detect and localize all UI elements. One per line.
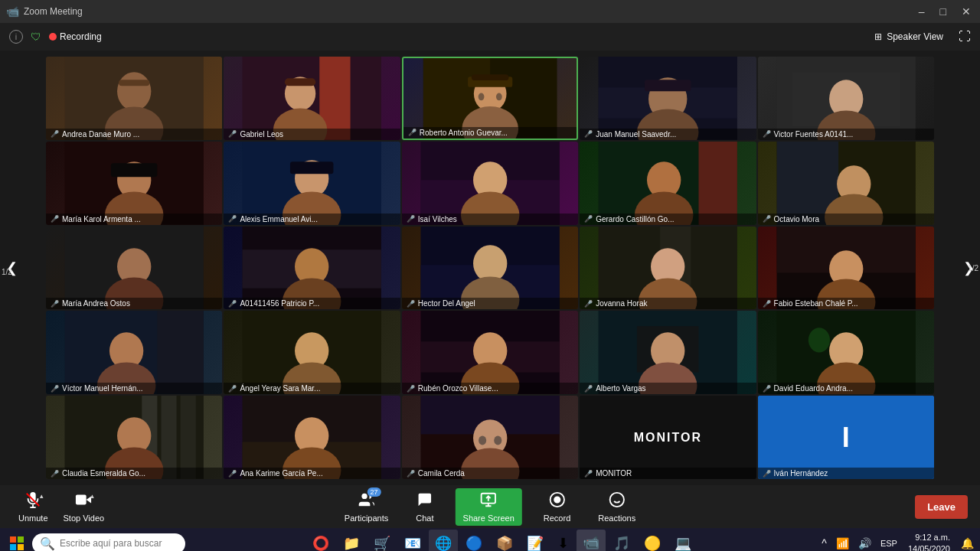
taskbar-chrome[interactable]: 🌐	[429, 530, 458, 551]
svg-point-99	[494, 436, 501, 445]
participant-label-1: 🎤 Gabriel Leos	[224, 129, 400, 140]
video-area: ❮ 1/2 🎤 Andrea Danae Muro ...	[0, 51, 980, 485]
taskbar-zoom[interactable]: 📹	[577, 530, 606, 551]
minimize-button[interactable]: –	[916, 4, 928, 19]
record-button[interactable]: Record	[537, 488, 577, 526]
participant-name-4: Victor Fuentes A0141...	[774, 130, 854, 139]
fullscreen-button[interactable]: ⛶	[959, 30, 971, 44]
video-arrow-icon[interactable]: ▲	[89, 493, 95, 500]
participant-name-0: Andrea Danae Muro ...	[62, 130, 139, 139]
record-icon	[549, 491, 566, 512]
taskbar-search-bar[interactable]: 🔍	[32, 533, 185, 552]
taskbar-apps: ⭕ 📁 🛒 📧 🌐 🔵 📦 📝 ⬇ 📹 🎵 🟡 💻	[306, 530, 697, 551]
video-cell-monitor: MONITOR 🎤 MONITOR	[580, 396, 756, 479]
participants-button[interactable]: 27 Participants	[338, 488, 394, 526]
toolbar-right: Leave	[915, 495, 968, 519]
participant-label-20: 🎤 Claudia Esmeralda Go...	[46, 468, 222, 479]
page-indicator-right: 1/2	[968, 264, 978, 272]
participant-avatar-0	[46, 57, 222, 140]
svg-rect-29	[111, 163, 157, 177]
svg-rect-103	[76, 494, 87, 504]
chat-button[interactable]: Chat	[410, 488, 439, 526]
leave-button[interactable]: Leave	[915, 495, 968, 519]
notification-icon[interactable]: 🔔	[958, 536, 977, 551]
start-button[interactable]	[3, 530, 31, 551]
titlebar-controls[interactable]: – □ ✕	[916, 4, 974, 19]
taskbar-search-input[interactable]	[60, 538, 175, 549]
reactions-icon	[609, 491, 626, 512]
taskbar-email[interactable]: 📧	[398, 530, 427, 551]
stop-video-button[interactable]: ▲ Stop Video	[57, 488, 111, 526]
shield-icon[interactable]: 🛡	[31, 31, 41, 43]
participant-label-21: 🎤 Ana Karime García Pe...	[224, 468, 400, 479]
video-cell-3: 🎤 Juan Manuel Saavedr...	[580, 57, 756, 140]
zoom-topbar-right[interactable]: ⊞ Speaker View ⛶	[868, 29, 971, 44]
video-cell-7: 🎤 Isaí Vilches	[402, 142, 578, 225]
prev-page-button[interactable]: ❮ 1/2	[0, 51, 23, 485]
recording-indicator: Recording	[49, 31, 102, 42]
video-cell-2: 🎤 Roberto Antonio Guevar...	[402, 57, 578, 140]
taskbar-dev[interactable]: 💻	[668, 530, 697, 551]
video-cell-1: 🎤 Gabriel Leos	[224, 57, 400, 140]
tray-network-icon[interactable]: 📶	[833, 536, 852, 551]
next-page-button[interactable]: ❯ 1/2	[957, 51, 980, 485]
participant-label-12: 🎤 Hector Del Angel	[402, 298, 578, 309]
participants-icon: 27	[358, 491, 375, 512]
tray-chevron-icon[interactable]: ^	[818, 536, 830, 551]
participant-label-6: 🎤 Alexis Emmanuel Avi...	[224, 214, 400, 225]
bottom-toolbar: ▲ Unmute ▲ Stop Video	[0, 485, 980, 528]
tray-volume-icon[interactable]: 🔊	[855, 536, 874, 551]
taskbar-store[interactable]: 🛒	[368, 530, 397, 551]
reactions-button[interactable]: Reactions	[592, 488, 642, 526]
participant-name-3: Juan Manuel Saavedr...	[596, 130, 676, 139]
taskbar-sublimetext[interactable]: 📝	[521, 530, 550, 551]
taskbar-explorer[interactable]: 📁	[337, 530, 366, 551]
video-cell-21: 🎤 Ana Karime García Pe...	[224, 396, 400, 479]
video-cell-12: 🎤 Hector Del Angel	[402, 227, 578, 310]
taskbar-tray: ^ 📶 🔊 ESP	[818, 536, 900, 551]
participant-label-22: 🎤 Camila Cerda	[402, 468, 578, 479]
taskbar-right: ^ 📶 🔊 ESP 9:12 a.m. 14/05/2020 🔔	[818, 532, 977, 551]
participant-label-10: 🎤 María Andrea Ostos	[46, 298, 222, 309]
svg-rect-87	[181, 396, 196, 479]
video-grid: 🎤 Andrea Danae Muro ... 🎤 Gabriel Leos	[23, 51, 957, 485]
taskbar-cortana[interactable]: ⭕	[306, 530, 335, 551]
speaker-view-button[interactable]: ⊞ Speaker View	[868, 29, 949, 44]
unmute-button[interactable]: ▲ Unmute	[12, 488, 54, 526]
mic-muted-icon-4: 🎤	[763, 130, 771, 138]
chat-label: Chat	[416, 514, 433, 523]
video-cell-11: 🎤 A01411456 Patricio P...	[224, 227, 400, 310]
taskbar-sticky[interactable]: 🟡	[638, 530, 667, 551]
svg-point-111	[610, 492, 624, 506]
svg-point-104	[361, 493, 367, 498]
video-cell-14: 🎤 Fabio Esteban Chalé P...	[758, 227, 934, 310]
video-cell-6: 🎤 Alexis Emmanuel Avi...	[224, 142, 400, 225]
clock-date: 14/05/2020	[908, 543, 950, 551]
participant-video-3	[580, 57, 756, 140]
recording-dot	[49, 33, 57, 41]
close-button[interactable]: ✕	[959, 4, 974, 19]
participant-label-19: 🎤 David Eduardo Andra...	[758, 383, 934, 394]
taskbar-ie[interactable]: 🔵	[459, 530, 488, 551]
unmute-arrow-icon[interactable]: ▲	[38, 493, 44, 500]
record-label: Record	[544, 514, 570, 523]
svg-point-15	[478, 93, 484, 101]
video-cell-18: 🎤 Alberto Vargas	[580, 311, 756, 394]
share-screen-button[interactable]: Share Screen	[456, 488, 522, 526]
taskbar-spotify[interactable]: 🎵	[607, 530, 636, 551]
taskbar-dropbox[interactable]: 📦	[490, 530, 519, 551]
svg-rect-116	[10, 544, 16, 550]
taskbar-clock[interactable]: 9:12 a.m. 14/05/2020	[903, 532, 955, 551]
tray-language-icon: ESP	[877, 537, 900, 549]
speaker-view-icon: ⊞	[874, 31, 882, 42]
taskbar-download[interactable]: ⬇	[551, 530, 575, 551]
video-cell-13: 🎤 Jovanna Horak	[580, 227, 756, 310]
info-icon[interactable]: i	[9, 30, 23, 44]
video-cell-9: 🎤 Octavio Mora	[758, 142, 934, 225]
maximize-button[interactable]: □	[937, 4, 949, 19]
zoom-topbar: i 🛡 Recording ⊞ Speaker View ⛶	[0, 23, 980, 51]
windows-logo-icon	[10, 536, 24, 550]
participant-label-17: 🎤 Rubén Orozco Villase...	[402, 383, 578, 394]
participant-label-5: 🎤 María Karol Armenta ...	[46, 214, 222, 225]
unmute-label: Unmute	[18, 514, 48, 523]
